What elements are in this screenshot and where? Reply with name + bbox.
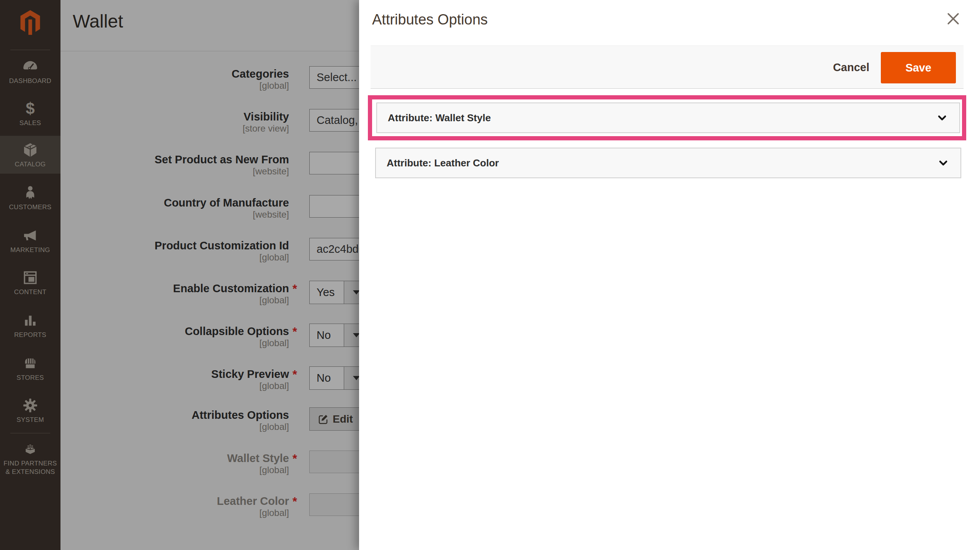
chevron-down-icon <box>938 157 949 169</box>
accordion-leather-color[interactable]: Attribute: Leather Color <box>375 148 961 178</box>
close-icon[interactable] <box>943 9 963 29</box>
accordion-label: Attribute: Wallet Style <box>388 112 491 124</box>
modal-toolbar: Cancel Save <box>371 46 964 89</box>
modal-title: Attributes Options <box>372 11 488 28</box>
attributes-options-modal: Attributes Options Cancel Save Attribute… <box>359 0 980 550</box>
highlight-ring: Attribute: Wallet Style <box>368 95 966 140</box>
accordion-wallet-style[interactable]: Attribute: Wallet Style <box>376 103 960 133</box>
accordion-label: Attribute: Leather Color <box>387 157 499 169</box>
cancel-button[interactable]: Cancel <box>831 46 872 89</box>
chevron-down-icon <box>936 112 948 124</box>
save-button[interactable]: Save <box>881 52 956 83</box>
